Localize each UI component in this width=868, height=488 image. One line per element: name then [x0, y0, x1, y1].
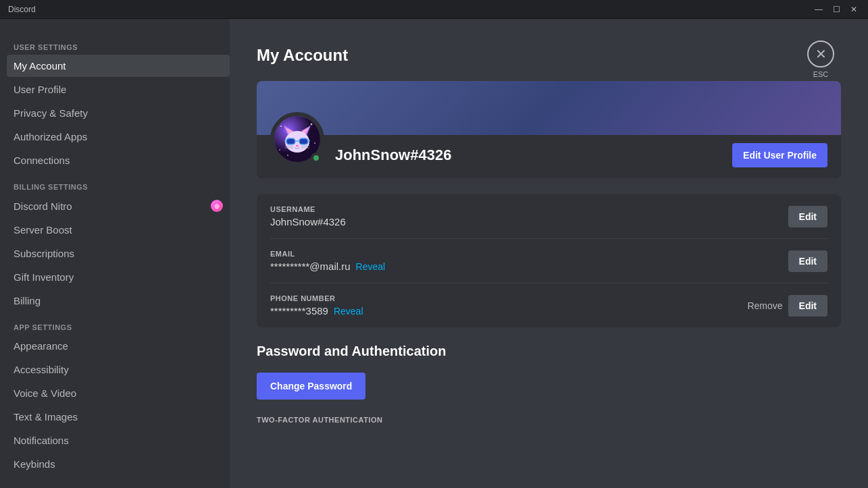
email-reveal-link[interactable]: Reveal: [356, 261, 386, 272]
email-field-value: **********@mail.ru Reveal: [270, 261, 788, 272]
phone-field-left: PHONE NUMBER *********3589 Reveal: [270, 294, 747, 317]
main-layout: USER SETTINGS My Account User Profile Pr…: [0, 19, 868, 488]
avatar-wrapper: [270, 112, 324, 166]
sidebar: USER SETTINGS My Account User Profile Pr…: [0, 19, 230, 488]
svg-rect-11: [286, 138, 295, 144]
phone-field-label: PHONE NUMBER: [270, 294, 747, 302]
sidebar-item-connections[interactable]: Connections: [7, 149, 230, 171]
svg-line-15: [308, 140, 310, 141]
phone-field: PHONE NUMBER *********3589 Reveal Remove…: [270, 283, 827, 327]
maximize-button[interactable]: ☐: [830, 3, 842, 16]
svg-rect-12: [299, 138, 308, 144]
username-field-left: USERNAME JohnSnow#4326: [270, 205, 788, 227]
svg-point-2: [311, 124, 313, 126]
svg-point-5: [287, 155, 288, 156]
window-controls: — ☐ ✕: [813, 3, 860, 16]
edit-user-profile-button[interactable]: Edit User Profile: [732, 143, 827, 167]
sidebar-item-billing[interactable]: Billing: [7, 290, 230, 312]
sidebar-item-user-profile[interactable]: User Profile: [7, 78, 230, 101]
change-password-button[interactable]: Change Password: [257, 373, 365, 400]
username-field-value: JohnSnow#4326: [270, 216, 788, 227]
two-factor-label: TWO-FACTOR AUTHENTICATION: [257, 416, 841, 424]
sidebar-section-billing-settings: BILLING SETTINGS: [7, 172, 230, 194]
svg-line-14: [284, 140, 286, 141]
sidebar-item-discord-nitro[interactable]: Discord Nitro ⊕: [7, 194, 230, 217]
profile-username: JohnSnow#4326: [335, 146, 451, 164]
svg-point-1: [280, 126, 282, 127]
sidebar-item-notifications[interactable]: Notifications: [7, 429, 230, 452]
status-dot: [311, 153, 322, 163]
sidebar-item-appearance[interactable]: Appearance: [7, 335, 230, 357]
sidebar-section-user-settings: USER SETTINGS: [7, 32, 230, 54]
profile-card: JohnSnow#4326 Edit User Profile: [257, 81, 841, 178]
email-field-actions: Edit: [788, 250, 827, 272]
info-fields: USERNAME JohnSnow#4326 Edit EMAIL ******…: [257, 194, 841, 327]
email-edit-button[interactable]: Edit: [788, 250, 827, 272]
content-area: ✕ ESC My Account: [230, 19, 868, 488]
svg-point-4: [279, 149, 280, 151]
app-title: Discord: [8, 5, 813, 14]
phone-reveal-link[interactable]: Reveal: [334, 306, 363, 317]
svg-point-16: [296, 145, 299, 147]
sidebar-item-voice-video[interactable]: Voice & Video: [7, 382, 230, 404]
sidebar-item-subscriptions[interactable]: Subscriptions: [7, 242, 230, 265]
username-field-label: USERNAME: [270, 205, 788, 213]
titlebar: Discord — ☐ ✕: [0, 0, 868, 19]
phone-remove-button[interactable]: Remove: [747, 300, 782, 311]
username-field-actions: Edit: [788, 206, 827, 227]
password-section-title: Password and Authentication: [257, 344, 841, 359]
email-field-left: EMAIL **********@mail.ru Reveal: [270, 250, 788, 272]
profile-info: JohnSnow#4326 Edit User Profile: [257, 135, 841, 178]
nitro-icon: ⊕: [211, 200, 223, 212]
password-section: Password and Authentication Change Passw…: [257, 344, 841, 424]
window-close-button[interactable]: ✕: [848, 3, 860, 16]
svg-point-3: [314, 142, 315, 144]
sidebar-item-my-account[interactable]: My Account: [7, 55, 230, 77]
username-field: USERNAME JohnSnow#4326 Edit: [270, 194, 827, 239]
sidebar-item-accessibility[interactable]: Accessibility: [7, 358, 230, 381]
close-settings-button[interactable]: ✕: [807, 40, 834, 67]
close-button-wrapper: ✕ ESC: [807, 40, 834, 78]
sidebar-item-keybinds[interactable]: Keybinds: [7, 453, 230, 475]
sidebar-item-authorized-apps[interactable]: Authorized Apps: [7, 126, 230, 148]
email-field: EMAIL **********@mail.ru Reveal Edit: [270, 239, 827, 283]
phone-field-value: *********3589 Reveal: [270, 305, 747, 317]
sidebar-section-app-settings: APP SETTINGS: [7, 313, 230, 334]
profile-banner: [257, 81, 841, 135]
sidebar-item-gift-inventory[interactable]: Gift Inventory: [7, 266, 230, 288]
minimize-button[interactable]: —: [813, 3, 825, 16]
phone-edit-button[interactable]: Edit: [788, 295, 827, 317]
phone-field-actions: Remove Edit: [747, 295, 827, 317]
email-field-label: EMAIL: [270, 250, 788, 258]
sidebar-item-text-images[interactable]: Text & Images: [7, 406, 230, 428]
sidebar-item-server-boost[interactable]: Server Boost: [7, 219, 230, 241]
esc-label: ESC: [813, 70, 829, 78]
sidebar-item-privacy-safety[interactable]: Privacy & Safety: [7, 102, 230, 124]
username-edit-button[interactable]: Edit: [788, 206, 827, 227]
page-title: My Account: [257, 46, 841, 65]
